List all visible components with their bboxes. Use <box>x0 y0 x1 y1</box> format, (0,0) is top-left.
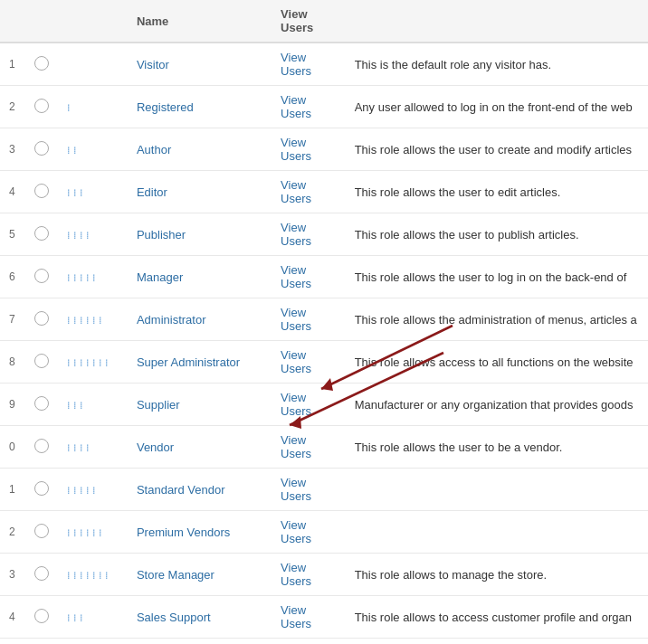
row-checkbox[interactable] <box>25 639 58 645</box>
drag-dots: ⁞⁞⁞⁞⁞ <box>67 485 99 496</box>
view-users-link[interactable]: View Users <box>281 433 311 460</box>
view-users-cell[interactable]: View Users <box>272 298 346 341</box>
view-users-cell[interactable]: View Users <box>272 596 346 639</box>
description-text: This role allows the user to edit articl… <box>355 185 561 199</box>
row-checkbox[interactable] <box>25 341 58 384</box>
view-users-cell[interactable]: View Users <box>272 128 346 171</box>
view-users-link[interactable]: View Users <box>281 263 311 290</box>
row-checkbox[interactable] <box>25 426 58 469</box>
description-cell: This role allows the user to edit articl… <box>346 171 648 213</box>
table-row: 9⁞⁞⁞SupplierView UsersManufacturer or an… <box>0 384 648 426</box>
checkbox-circle[interactable] <box>34 524 49 538</box>
view-users-link[interactable]: View Users <box>281 51 311 78</box>
view-users-link[interactable]: View Users <box>281 348 311 375</box>
role-name-cell: Manager <box>128 256 272 298</box>
role-name-cell: Supplier <box>128 384 272 426</box>
drag-dots: ⁞⁞⁞⁞⁞ <box>67 272 99 283</box>
drag-handle: ⁞⁞⁞ <box>58 171 128 213</box>
col-view-header: View Users <box>272 0 346 43</box>
description-text: Any user allowed to log in on the front-… <box>355 100 633 114</box>
row-number: 1 <box>0 469 25 511</box>
row-checkbox[interactable] <box>25 298 58 341</box>
checkbox-circle[interactable] <box>34 354 49 368</box>
drag-dots: ⁞⁞⁞⁞⁞⁞ <box>67 527 105 538</box>
row-checkbox[interactable] <box>25 596 58 639</box>
checkbox-circle[interactable] <box>34 99 49 113</box>
row-number: 6 <box>0 256 25 298</box>
row-checkbox[interactable] <box>25 469 58 511</box>
checkbox-circle[interactable] <box>34 481 49 496</box>
drag-handle <box>58 43 128 86</box>
view-users-cell[interactable]: View Users <box>272 639 346 645</box>
role-name: Supplier <box>137 398 180 412</box>
table-row: 3⁞⁞⁞⁞⁞⁞⁞Store ManagerView UsersThis role… <box>0 554 648 596</box>
view-users-link[interactable]: View Users <box>281 518 311 545</box>
drag-handle: ⁞⁞⁞⁞⁞⁞⁞ <box>58 554 128 596</box>
row-checkbox[interactable] <box>25 86 58 128</box>
checkbox-circle[interactable] <box>34 141 49 156</box>
description-text: This role allows the user to create and … <box>355 143 632 156</box>
description-cell: This role allows to access all informati… <box>346 639 648 645</box>
table-row: 3⁞⁞AuthorView UsersThis role allows the … <box>0 128 648 171</box>
row-number: 5 <box>0 639 25 645</box>
view-users-link[interactable]: View Users <box>281 136 311 163</box>
roles-table: Name View Users 1VisitorView UsersThis i… <box>0 0 648 644</box>
table-row: 4⁞⁞⁞EditorView UsersThis role allows the… <box>0 171 648 213</box>
checkbox-circle[interactable] <box>34 609 49 623</box>
drag-handle: ⁞⁞⁞ <box>58 384 128 426</box>
row-checkbox[interactable] <box>25 511 58 554</box>
row-checkbox[interactable] <box>25 128 58 171</box>
role-name: Administrator <box>137 313 206 327</box>
checkbox-circle[interactable] <box>34 269 49 283</box>
row-checkbox[interactable] <box>25 256 58 298</box>
row-checkbox[interactable] <box>25 43 58 86</box>
table-row: 8⁞⁞⁞⁞⁞⁞⁞Super AdministratorView UsersThi… <box>0 341 648 384</box>
role-name-cell: Visitor <box>128 43 272 86</box>
description-text: This is the default role any visitor has… <box>355 58 552 71</box>
view-users-cell[interactable]: View Users <box>272 213 346 256</box>
description-cell: This role allows the user to log in on t… <box>346 256 648 298</box>
checkbox-circle[interactable] <box>34 439 49 453</box>
view-users-cell[interactable]: View Users <box>272 256 346 298</box>
role-name-cell: Store Manager <box>128 554 272 596</box>
col-name-header[interactable]: Name <box>128 0 272 43</box>
table-row: 5⁞⁞⁞⁞Sales AgentView UsersThis role allo… <box>0 639 648 645</box>
checkbox-circle[interactable] <box>34 396 49 411</box>
view-users-cell[interactable]: View Users <box>272 511 346 554</box>
view-users-cell[interactable]: View Users <box>272 384 346 426</box>
row-checkbox[interactable] <box>25 213 58 256</box>
checkbox-circle[interactable] <box>34 311 49 326</box>
role-name-cell: Premium Vendors <box>128 511 272 554</box>
view-users-link[interactable]: View Users <box>281 221 311 248</box>
view-users-link[interactable]: View Users <box>281 603 311 630</box>
row-checkbox[interactable] <box>25 384 58 426</box>
col-num-header <box>0 0 25 43</box>
view-users-link[interactable]: View Users <box>281 391 311 418</box>
view-users-cell[interactable]: View Users <box>272 341 346 384</box>
drag-handle: ⁞⁞ <box>58 128 128 171</box>
view-users-cell[interactable]: View Users <box>272 426 346 469</box>
table-row: 1⁞⁞⁞⁞⁞Standard VendorView Users <box>0 469 648 511</box>
view-users-cell[interactable]: View Users <box>272 43 346 86</box>
view-users-cell[interactable]: View Users <box>272 554 346 596</box>
view-users-link[interactable]: View Users <box>281 178 311 205</box>
description-text: This role allows the user to log in on t… <box>355 270 627 284</box>
table-row: 6⁞⁞⁞⁞⁞ManagerView UsersThis role allows … <box>0 256 648 298</box>
view-users-link[interactable]: View Users <box>281 306 311 333</box>
view-users-cell[interactable]: View Users <box>272 469 346 511</box>
checkbox-circle[interactable] <box>34 184 49 198</box>
checkbox-circle[interactable] <box>34 566 49 581</box>
checkbox-circle[interactable] <box>34 226 49 241</box>
description-cell: This role allows the administration of m… <box>346 298 648 341</box>
row-number: 4 <box>0 596 25 639</box>
drag-handle: ⁞⁞⁞⁞⁞ <box>58 469 128 511</box>
checkbox-circle[interactable] <box>34 56 49 71</box>
row-checkbox[interactable] <box>25 171 58 213</box>
view-users-cell[interactable]: View Users <box>272 86 346 128</box>
view-users-link[interactable]: View Users <box>281 93 311 120</box>
view-users-link[interactable]: View Users <box>281 561 311 588</box>
row-checkbox[interactable] <box>25 554 58 596</box>
role-name: Publisher <box>137 228 186 242</box>
view-users-cell[interactable]: View Users <box>272 171 346 213</box>
view-users-link[interactable]: View Users <box>281 476 311 503</box>
